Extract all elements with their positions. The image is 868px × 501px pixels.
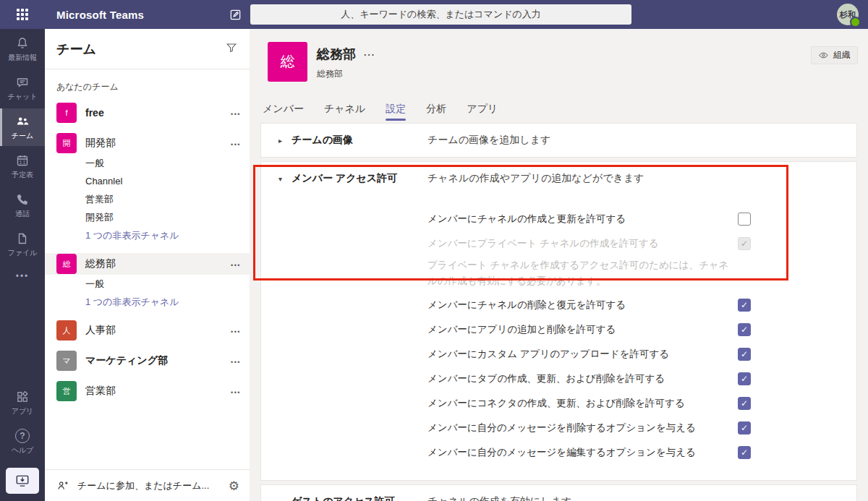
team-row-marketing[interactable]: マ マーケティング部 bbox=[45, 350, 250, 372]
rail-item-apps[interactable]: アプリ bbox=[0, 384, 45, 421]
team-row-eigyo[interactable]: 営 営業部 bbox=[45, 380, 250, 402]
channel-item[interactable]: 一般 bbox=[45, 275, 250, 293]
teams-sidebar: チーム あなたのチーム f free 開 開発部 一般 Channlel 営業部… bbox=[45, 29, 250, 501]
teams-people-icon bbox=[15, 114, 30, 129]
app-title: Microsoft Teams bbox=[45, 9, 220, 21]
team-row-dev[interactable]: 開 開発部 bbox=[45, 132, 250, 154]
filter-button[interactable] bbox=[225, 41, 238, 57]
team-avatar: 総 bbox=[56, 254, 77, 274]
chevron-right-icon bbox=[278, 137, 284, 145]
gear-icon[interactable]: ⚙ bbox=[229, 479, 239, 493]
tab-settings[interactable]: 設定 bbox=[386, 103, 406, 121]
team-avatar: 人 bbox=[56, 320, 77, 341]
member-permissions-card: メンバー アクセス許可 チャネルの作成やアプリの追加などができます メンバーにチ… bbox=[260, 161, 857, 481]
top-bar: Microsoft Teams 人、キーワードの検索、またはコマンドの入力 杉和 bbox=[0, 0, 868, 29]
rail-item-calls[interactable]: 通話 bbox=[0, 187, 45, 224]
permission-row: メンバーにチャネルの作成と更新を許可する bbox=[261, 212, 856, 227]
tab-channels[interactable]: チャネル bbox=[324, 103, 365, 121]
team-avatar: 開 bbox=[56, 133, 77, 153]
more-options-icon[interactable] bbox=[231, 356, 241, 367]
checkbox-upload-custom-apps[interactable] bbox=[738, 348, 751, 361]
team-avatar-large: 総 bbox=[268, 42, 307, 82]
tab-members[interactable]: メンバー bbox=[263, 103, 304, 121]
team-subtitle: 総務部 bbox=[317, 68, 375, 80]
apps-grid-icon bbox=[15, 390, 30, 404]
permission-row: メンバーに自分のメッセージを削除するオプションを与える bbox=[261, 421, 856, 436]
chat-icon bbox=[15, 75, 30, 90]
rail-item-activity[interactable]: 最新情報 bbox=[0, 30, 45, 68]
checkbox-create-private-channels bbox=[738, 237, 751, 250]
user-avatar[interactable]: 杉和 bbox=[837, 4, 859, 25]
rail-item-teams[interactable]: チーム bbox=[0, 108, 45, 146]
permission-row: メンバーにアプリの追加と削除を許可する bbox=[261, 322, 856, 338]
search-input[interactable]: 人、キーワードの検索、またはコマンドの入力 bbox=[250, 4, 631, 25]
app-launcher-button[interactable] bbox=[0, 9, 45, 20]
checkbox-delete-own-messages[interactable] bbox=[738, 421, 751, 434]
team-tabs: メンバー チャネル 設定 分析 アプリ bbox=[263, 103, 498, 121]
more-options-icon[interactable] bbox=[231, 325, 241, 336]
hidden-channels-link[interactable]: 1 つの非表示チャネル bbox=[45, 293, 250, 311]
tab-analytics[interactable]: 分析 bbox=[426, 103, 446, 121]
permission-row: メンバーに自分のメッセージを編集するオプションを与える bbox=[261, 445, 856, 461]
main-panel: 総 総務部 総務部 組織 メンバー チャネル 設定 分析 アプリ bbox=[250, 29, 868, 501]
checkbox-create-update-remove-tabs[interactable] bbox=[738, 372, 751, 385]
team-image-card: チームの画像 チームの画像を追加します bbox=[260, 123, 857, 158]
channel-item[interactable]: 開発部 bbox=[45, 208, 250, 226]
join-or-create-team-button[interactable]: チームに参加、またはチーム... ⚙ bbox=[45, 469, 250, 501]
checkbox-delete-restore-channels[interactable] bbox=[738, 299, 751, 312]
file-icon bbox=[15, 231, 30, 246]
waffle-icon bbox=[17, 9, 28, 20]
your-teams-label: あなたのチーム bbox=[56, 81, 238, 93]
phone-icon bbox=[15, 192, 30, 207]
team-more-options-icon[interactable] bbox=[363, 47, 375, 62]
channel-item[interactable]: 一般 bbox=[45, 154, 250, 172]
permission-row: メンバーにコネクタの作成、更新、および削除を許可する bbox=[261, 396, 856, 411]
checkbox-create-update-channels[interactable] bbox=[738, 213, 751, 226]
help-icon: ? bbox=[15, 429, 30, 443]
compose-icon bbox=[229, 8, 242, 22]
sidebar-title: チーム bbox=[56, 40, 96, 58]
team-name: free bbox=[85, 107, 104, 119]
team-name: 開発部 bbox=[85, 137, 116, 150]
team-row-free[interactable]: f free bbox=[45, 102, 250, 124]
hidden-channels-link[interactable]: 1 つの非表示チャネル bbox=[45, 226, 250, 244]
rail-item-chat[interactable]: チャット bbox=[0, 69, 45, 107]
more-options-icon[interactable] bbox=[231, 386, 241, 397]
tab-apps[interactable]: アプリ bbox=[467, 103, 498, 121]
person-add-icon bbox=[56, 479, 70, 492]
more-options-icon[interactable] bbox=[231, 138, 241, 149]
funnel-icon bbox=[225, 41, 238, 54]
ellipsis-icon: ••• bbox=[16, 271, 30, 281]
page-title: 総務部 bbox=[317, 46, 356, 63]
sidebar-header: チーム bbox=[45, 29, 250, 69]
more-options-icon[interactable] bbox=[231, 259, 241, 270]
rail-more-apps-button[interactable]: ••• bbox=[0, 263, 45, 289]
rail-item-calendar[interactable]: 予定表 bbox=[0, 147, 45, 185]
permission-list: メンバーにチャネルの作成と更新を許可する メンバーにプライベート チャネルの作成… bbox=[261, 195, 856, 480]
team-row-soumu[interactable]: 総 総務部 bbox=[45, 253, 250, 275]
team-avatar: マ bbox=[56, 351, 77, 371]
member-permissions-section-header[interactable]: メンバー アクセス許可 チャネルの作成やアプリの追加などができます bbox=[261, 162, 856, 195]
eye-icon bbox=[818, 50, 829, 61]
download-desktop-app-button[interactable] bbox=[6, 468, 39, 494]
checkbox-create-update-remove-connectors[interactable] bbox=[738, 397, 751, 410]
guest-permissions-section-header[interactable]: ゲストのアクセス許可 チャネルの作成を有効にします bbox=[261, 485, 856, 501]
checkbox-edit-own-messages[interactable] bbox=[738, 446, 751, 459]
checkbox-add-remove-apps[interactable] bbox=[738, 323, 751, 336]
permission-row: メンバーにチャネルの削除と復元を許可する bbox=[261, 298, 856, 313]
permission-row: メンバーにプライベート チャネルの作成を許可する プライベート チャネルを作成す… bbox=[261, 236, 856, 288]
team-name: 人事部 bbox=[85, 324, 116, 337]
channel-item[interactable]: Channlel bbox=[45, 172, 250, 190]
channel-item[interactable]: 営業部 bbox=[45, 190, 250, 208]
team-row-jinji[interactable]: 人 人事部 bbox=[45, 320, 250, 341]
team-image-section-header[interactable]: チームの画像 チームの画像を追加します bbox=[261, 124, 856, 157]
more-options-icon[interactable] bbox=[231, 108, 241, 119]
new-chat-button[interactable] bbox=[220, 8, 250, 22]
guest-permissions-card: ゲストのアクセス許可 チャネルの作成を有効にします bbox=[260, 484, 857, 501]
teams-app: Microsoft Teams 人、キーワードの検索、またはコマンドの入力 杉和… bbox=[0, 0, 868, 501]
permission-note: プライベート チャネルを作成するアクセス許可のためには、チャネルの作成も有効にす… bbox=[427, 257, 738, 288]
rail-item-files[interactable]: ファイル bbox=[0, 226, 45, 263]
rail-item-help[interactable]: ? ヘルプ bbox=[0, 423, 45, 461]
settings-content: チームの画像 チームの画像を追加します メンバー アクセス許可 チャネルの作成や… bbox=[260, 123, 857, 501]
org-button[interactable]: 組織 bbox=[811, 46, 858, 64]
